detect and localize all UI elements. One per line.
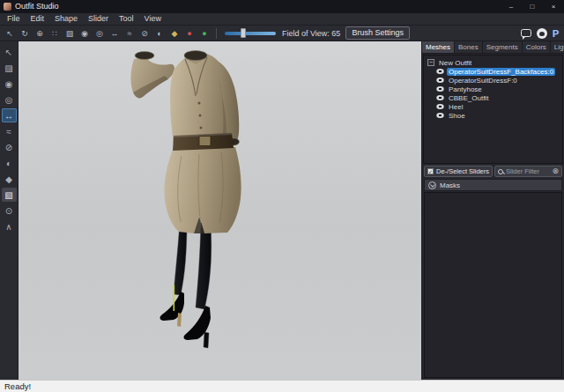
- mask-brush-icon[interactable]: ▨: [63, 27, 77, 40]
- sliders-empty-area: [424, 192, 562, 378]
- mesh-tree: − New Outfit OperatorSuitDressF_Backface…: [423, 55, 563, 164]
- inflate-brush-icon[interactable]: ◉: [78, 27, 92, 40]
- tree-item[interactable]: CBBE_Outfit: [426, 93, 560, 102]
- move-brush-icon[interactable]: ↔: [2, 108, 17, 122]
- fov-label: Field of View: 65: [282, 29, 340, 38]
- deflate-brush-icon[interactable]: ◎: [2, 92, 17, 107]
- statusbar: Ready!: [0, 380, 564, 392]
- toolbar-right-icons: P: [521, 28, 561, 39]
- chevron-down-icon: [428, 181, 436, 189]
- move-brush-icon[interactable]: ↔: [108, 27, 122, 40]
- pivot-tool-icon[interactable]: ⊕: [33, 27, 47, 40]
- eye-visibility-icon[interactable]: [436, 113, 444, 118]
- model-belt-buckle: [199, 137, 211, 146]
- menubar: File Edit Shape Slider Tool View: [0, 13, 564, 26]
- window-title: Outfit Studio: [15, 0, 59, 13]
- menu-view[interactable]: View: [139, 13, 167, 25]
- titlebar[interactable]: Outfit Studio – □ ×: [0, 0, 564, 13]
- red-dot-icon[interactable]: ●: [182, 27, 197, 40]
- vertex-edit-icon[interactable]: ∷: [48, 27, 62, 40]
- tree-item[interactable]: Shoe: [426, 111, 560, 120]
- tree-item-label: Shoe: [447, 112, 467, 120]
- color-brush-icon[interactable]: ◆: [167, 27, 182, 40]
- weight-brush-icon[interactable]: ◐: [152, 27, 167, 40]
- tree-root-label: New Outfit: [437, 59, 473, 67]
- brush-settings-button[interactable]: Brush Settings: [345, 26, 410, 40]
- undiff-brush-icon[interactable]: ⊘: [2, 140, 17, 154]
- undiff-brush-icon[interactable]: ⊘: [137, 27, 152, 40]
- eye-visibility-icon[interactable]: [436, 86, 444, 92]
- model-cuff-opening: [135, 52, 154, 60]
- model-heel-marker: [174, 285, 175, 311]
- close-button[interactable]: ×: [543, 0, 564, 13]
- clear-filter-icon[interactable]: ⊗: [552, 167, 559, 175]
- masks-section-header[interactable]: Masks: [424, 179, 562, 191]
- main-area: ↖ ▨ ◉ ◎ ↔ ≈ ⊘ ◐ ◆ ▧ ⊙ ∧: [0, 41, 564, 380]
- tree-item[interactable]: OperatorSuitDressF_Backfaces:0: [426, 67, 560, 76]
- tree-item[interactable]: Pantyhose: [426, 85, 560, 93]
- menu-shape[interactable]: Shape: [49, 13, 83, 25]
- color-brush-icon[interactable]: ◆: [2, 172, 17, 186]
- eye-visibility-icon[interactable]: [436, 69, 444, 74]
- minimize-button[interactable]: –: [501, 0, 522, 13]
- select-tool-icon[interactable]: ↖: [2, 45, 17, 59]
- transform-tool-icon[interactable]: ↻: [18, 27, 32, 40]
- status-text: Ready!: [4, 381, 31, 391]
- tree-item[interactable]: Heel: [426, 102, 560, 111]
- left-toolbar: ↖ ▨ ◉ ◎ ↔ ≈ ⊘ ◐ ◆ ▧ ⊙ ∧: [0, 41, 19, 380]
- menu-file[interactable]: File: [2, 13, 26, 25]
- smooth-brush-icon[interactable]: ≈: [122, 27, 137, 40]
- eye-visibility-icon[interactable]: [436, 95, 444, 100]
- menu-slider[interactable]: Slider: [83, 13, 114, 25]
- alpha-brush-icon[interactable]: ▧: [2, 188, 17, 202]
- select-tool-icon[interactable]: ↖: [3, 27, 17, 40]
- maximize-button[interactable]: □: [522, 0, 543, 13]
- green-dot-icon[interactable]: ●: [197, 27, 212, 40]
- tree-item-label: OperatorSuitDressF_Backfaces:0: [447, 68, 555, 76]
- toolbar: ↖ ↻ ⊕ ∷ ▨ ◉ ◎ ↔ ≈ ⊘ ◐ ◆ ● ● Field of Vie…: [0, 26, 564, 41]
- mask-brush-icon[interactable]: ▨: [2, 61, 17, 75]
- tab-bones[interactable]: Bones: [455, 41, 483, 53]
- model-skirt: [164, 147, 241, 233]
- pinch-brush-icon[interactable]: ∧: [2, 219, 17, 233]
- menu-edit[interactable]: Edit: [26, 13, 50, 25]
- tab-lights[interactable]: Lights: [551, 41, 564, 53]
- inflate-brush-icon[interactable]: ◉: [2, 77, 17, 91]
- tree-item-label: Heel: [447, 103, 464, 111]
- slider-controls-row: ✓ De-/Select Sliders ⊗: [422, 165, 564, 178]
- model-neck-opening: [184, 51, 207, 61]
- tree-item-label: CBBE_Outfit: [447, 94, 490, 102]
- slider-filter-box[interactable]: ⊗: [494, 166, 562, 177]
- viewport-3d[interactable]: [19, 41, 421, 380]
- collision-brush-icon[interactable]: ⊙: [2, 203, 17, 218]
- tree-item-label: OperatorSuitDressF:0: [447, 77, 519, 85]
- fov-slider[interactable]: [225, 28, 276, 38]
- tab-segments[interactable]: Segments: [483, 41, 523, 53]
- expander-icon[interactable]: −: [427, 59, 434, 66]
- tab-colors[interactable]: Colors: [523, 41, 551, 53]
- window-controls: – □ ×: [501, 0, 564, 13]
- deselect-sliders-button[interactable]: ✓ De-/Select Sliders: [424, 166, 493, 177]
- menu-tool[interactable]: Tool: [114, 13, 139, 25]
- paypal-icon[interactable]: P: [553, 28, 559, 39]
- model-left-leg: [174, 222, 187, 295]
- discord-chat-icon[interactable]: [521, 29, 531, 37]
- eye-visibility-icon[interactable]: [436, 78, 444, 83]
- smooth-brush-icon[interactable]: ≈: [2, 124, 17, 138]
- toolbar-separator: [216, 28, 217, 39]
- eye-visibility-icon[interactable]: [436, 104, 444, 109]
- search-icon: [498, 169, 503, 174]
- tree-item[interactable]: OperatorSuitDressF:0: [426, 76, 560, 85]
- github-icon[interactable]: [537, 28, 547, 39]
- panel-tabs: Meshes Bones Segments Colors Lights: [422, 41, 564, 54]
- fov-slider-handle[interactable]: [241, 28, 246, 38]
- checkbox-icon[interactable]: ✓: [427, 168, 434, 174]
- weight-brush-icon[interactable]: ◐: [2, 156, 17, 170]
- outfit-studio-window: Outfit Studio – □ × File Edit Shape Slid…: [0, 0, 564, 392]
- slider-filter-input[interactable]: [506, 167, 549, 175]
- model-right-heel: [204, 332, 209, 348]
- tree-item-new-outfit[interactable]: − New Outfit: [426, 58, 560, 67]
- deflate-brush-icon[interactable]: ◎: [93, 27, 107, 40]
- tab-meshes[interactable]: Meshes: [422, 41, 455, 53]
- app-icon: [4, 3, 11, 11]
